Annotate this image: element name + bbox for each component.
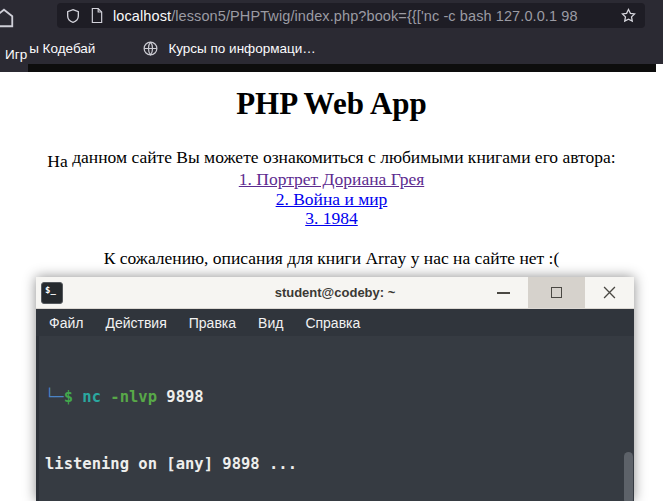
- prompt-line: └─$ nc -nlvp 9898: [45, 386, 626, 408]
- not-found-message: К сожалению, описания для книги Array у …: [0, 248, 663, 269]
- intro-text-rest: данном сайте Вы можете ознакомиться с лю…: [68, 147, 616, 167]
- menu-view[interactable]: Вид: [258, 315, 283, 331]
- book-link-war-and-peace[interactable]: 2. Война и мир: [0, 190, 663, 210]
- menu-actions[interactable]: Действия: [105, 315, 166, 331]
- close-icon: [603, 286, 616, 299]
- browser-toolbar: localhost/lesson5/PHPTwig/index.php?book…: [0, 0, 663, 64]
- terminal-output[interactable]: └─$ nc -nlvp 9898 listening on [any] 989…: [36, 336, 634, 501]
- output-line: listening on [any] 9898 ...: [45, 453, 626, 475]
- window-controls: [479, 277, 634, 308]
- prompt-dollar: $: [64, 388, 73, 406]
- menu-file[interactable]: Файл: [49, 315, 83, 331]
- url-text[interactable]: localhost/lesson5/PHPTwig/index.php?book…: [113, 8, 614, 24]
- globe-icon: [142, 40, 159, 57]
- menu-edit[interactable]: Правка: [189, 315, 236, 331]
- terminal-titlebar[interactable]: $_ student@codeby: ~: [36, 277, 634, 309]
- prompt-tick: └─: [45, 388, 64, 406]
- intro-text-start: На: [47, 151, 67, 171]
- menu-help[interactable]: Справка: [305, 315, 360, 331]
- shield-icon[interactable]: [65, 7, 81, 25]
- bookmark-courses[interactable]: Курсы по информаци…: [168, 41, 315, 56]
- minimize-icon: [497, 292, 510, 294]
- bookmarks-bar: Игр ы Кодебай Курсы по информаци…: [0, 33, 663, 64]
- terminal-scrollbar[interactable]: [624, 452, 633, 501]
- command-options: -nlvp: [101, 388, 157, 406]
- terminal-window: $_ student@codeby: ~ Файл Действия Правк…: [36, 277, 634, 501]
- bookmark-star-icon[interactable]: [620, 7, 637, 24]
- page-title: PHP Web App: [0, 86, 663, 122]
- intro-text: На данном сайте Вы можете ознакомиться с…: [0, 147, 663, 168]
- terminal-menubar: Файл Действия Правка Вид Справка: [36, 309, 634, 336]
- terminal-app-icon: $_: [41, 282, 63, 304]
- bookmark-codeby[interactable]: ы Кодебай: [29, 41, 95, 56]
- maximize-button[interactable]: [528, 277, 585, 308]
- home-icon[interactable]: [0, 7, 15, 33]
- minimize-button[interactable]: [479, 277, 528, 308]
- book-list: 1. Портрет Дориана Грея 2. Война и мир 3…: [0, 170, 663, 229]
- close-button[interactable]: [585, 277, 634, 308]
- bookmark-games[interactable]: Игр: [5, 47, 27, 62]
- maximize-icon: [551, 287, 562, 298]
- book-link-1984[interactable]: 3. 1984: [0, 209, 663, 229]
- page-top-border: [28, 64, 656, 72]
- url-host: localhost: [113, 8, 171, 24]
- command-nc: nc: [73, 388, 101, 406]
- url-fade: [580, 8, 614, 24]
- urlbar-row: localhost/lesson5/PHPTwig/index.php?book…: [0, 0, 663, 31]
- chrome-edge-strip: [0, 64, 28, 72]
- command-port: 9898: [157, 388, 204, 406]
- book-link-dorian-gray[interactable]: 1. Портрет Дориана Грея: [0, 170, 663, 190]
- url-path: /lesson5/PHPTwig/index.php?book={{['nc -…: [171, 8, 577, 24]
- page-info-icon[interactable]: [90, 7, 104, 24]
- address-bar[interactable]: localhost/lesson5/PHPTwig/index.php?book…: [57, 3, 645, 28]
